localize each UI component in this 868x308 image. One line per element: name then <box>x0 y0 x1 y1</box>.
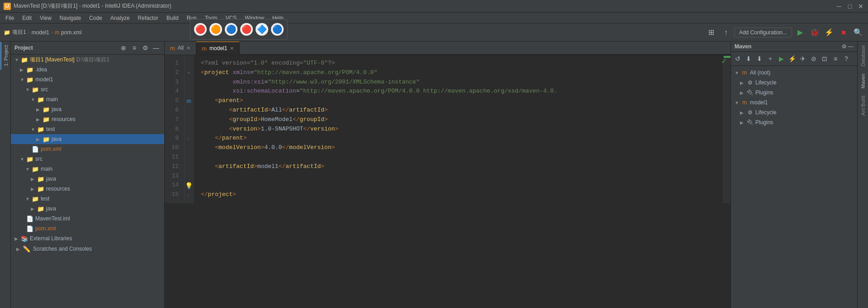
maximize-button[interactable]: □ <box>846 3 854 10</box>
fold-icon-2[interactable]: ▼ <box>187 70 191 75</box>
code-line-2: <project xmlns="http://maven.apache.org/… <box>201 68 716 78</box>
breadcrumb-sep2: › <box>51 29 53 36</box>
search-everywhere-button[interactable]: 🔍 <box>852 26 864 39</box>
maven-tree: ▼ m All (root) ▶ ⚙ Lifecycle ▶ 🔌 Plugins… <box>731 66 857 308</box>
tree-item-root[interactable]: ▼ 📁 项目1 [MavenTest] D:\项目\项目1 <box>11 55 164 65</box>
menu-code[interactable]: Code <box>85 14 106 22</box>
maven-show-diagram-btn[interactable]: ⊡ <box>820 54 830 64</box>
maven-item-plugins2[interactable]: ▶ 🔌 Plugins <box>731 117 857 127</box>
breadcrumb-sep1: › <box>28 29 30 36</box>
maven-add-btn[interactable]: ＋ <box>765 54 775 64</box>
maven-toggle-offline-btn[interactable]: ✈ <box>798 54 808 64</box>
code-line-14 <box>201 181 716 190</box>
tree-item-java3[interactable]: ▶ 📁 java <box>11 204 164 214</box>
maven-help-btn[interactable]: ? <box>841 54 851 64</box>
maven-close-icon[interactable]: — <box>848 43 854 50</box>
scratches-and-consoles[interactable]: ▶ ✏️ Scratches and Consoles <box>11 243 164 254</box>
tree-item-main1[interactable]: ▼ 📁 main <box>11 94 164 104</box>
code-line-9: </parent> <box>201 134 716 143</box>
sidebar-actions: ⊕ ≡ ⚙ — <box>119 43 161 52</box>
tab-all[interactable]: m All ✕ <box>165 42 196 55</box>
settings-icon[interactable]: ⚙ <box>141 43 150 52</box>
breadcrumb-file[interactable]: m pom.xml <box>55 29 81 36</box>
menubar: File Edit View Navigate Code Analyze Ref… <box>0 13 868 23</box>
code-editor[interactable]: <?xml version="1.0" encoding="UTF-8"?> <… <box>194 55 723 203</box>
layout-button[interactable]: ⊞ <box>705 26 718 39</box>
maven-refresh-btn[interactable]: ↺ <box>733 54 743 64</box>
fold-icon-15[interactable]: ▷ <box>187 192 191 197</box>
maven-item-plugins1[interactable]: ▶ 🔌 Plugins <box>731 88 857 98</box>
maven-download-sources-btn[interactable]: ⬇ <box>754 54 764 64</box>
menu-edit[interactable]: Edit <box>19 14 35 22</box>
maven-item-all-root[interactable]: ▼ m All (root) <box>731 68 857 78</box>
breadcrumb-root[interactable]: 项目1 <box>12 28 26 36</box>
editor-content[interactable]: 1 2 3 4 5 6 7 8 9 10 11 12 13 14 15 <box>165 55 730 203</box>
maven-item-lifecycle1[interactable]: ▶ ⚙ Lifecycle <box>731 78 857 88</box>
tree-item-pom2[interactable]: 📄 pom.xml <box>11 224 164 233</box>
debug-button[interactable]: 🐞 <box>808 26 821 39</box>
sidebar-title: Project <box>14 45 117 51</box>
line-numbers: 1 2 3 4 5 6 7 8 9 10 11 12 13 14 15 <box>165 55 185 203</box>
tree-item-main2[interactable]: ▼ 📁 main <box>11 164 164 174</box>
tree-item-test-java[interactable]: ▶ 📁 java <box>11 134 164 144</box>
fold-icon-9[interactable]: ▷ <box>187 136 191 141</box>
scratches-label: Scratches and Consoles <box>33 246 92 252</box>
tree-item-test2[interactable]: ▼ 📁 test <box>11 194 164 204</box>
add-icon[interactable]: ⊕ <box>119 43 128 52</box>
database-tab-button[interactable]: Database <box>859 42 868 70</box>
tree-item-pom1[interactable]: 📄 pom.xml <box>11 144 164 154</box>
menu-file[interactable]: File <box>2 14 18 22</box>
add-configuration-button[interactable]: Add Configuration... <box>734 28 792 37</box>
maven-item-lifecycle2[interactable]: ▶ ⚙ Lifecycle <box>731 107 857 117</box>
maven-collapse-all-btn[interactable]: ≡ <box>830 54 840 64</box>
tab-model1-label: model1 <box>209 45 227 51</box>
menu-view[interactable]: View <box>36 14 55 22</box>
tab-all-label: All <box>178 45 184 51</box>
stop-button[interactable]: ■ <box>837 26 850 39</box>
menu-build[interactable]: Build <box>163 14 182 22</box>
tree-item-java2[interactable]: ▶ 📁 java <box>11 174 164 184</box>
close-sidebar-icon[interactable]: — <box>152 43 161 52</box>
tree-item-model1[interactable]: ▼ 📁 model1 <box>11 75 164 84</box>
maven-label-model1: model1 <box>750 99 768 106</box>
maven-tab-button[interactable]: Maven <box>859 70 868 92</box>
maven-settings-icon[interactable]: ⚙ <box>842 43 847 50</box>
editor-tabs: m All ✕ m model1 ✕ <box>165 42 730 55</box>
menu-analyze[interactable]: Analyze <box>107 14 133 22</box>
tree-item-src1[interactable]: ▼ 📁 src <box>11 84 164 94</box>
editor-right-gutter <box>723 55 730 203</box>
left-tabs: 1: Project <box>0 42 11 308</box>
ant-build-tab-button[interactable]: Ant Build <box>859 92 868 119</box>
maven-item-model1[interactable]: ▼ m model1 <box>731 98 857 107</box>
run-coverage-button[interactable]: ⚡ <box>823 26 835 39</box>
tree-item-resources1[interactable]: ▶ 📁 resources <box>11 114 164 124</box>
breadcrumb-project[interactable]: 📁 <box>4 29 10 36</box>
run-button[interactable]: ▶ <box>794 26 806 39</box>
breadcrumb-module[interactable]: model1 <box>32 29 49 36</box>
tree-item-idea[interactable]: ▶ 📁 .idea <box>11 65 164 75</box>
menu-navigate[interactable]: Navigate <box>56 14 85 22</box>
collapse-icon[interactable]: ≡ <box>130 43 139 52</box>
maven-skip-tests-btn[interactable]: ⊘ <box>809 54 819 64</box>
tree-item-java1[interactable]: ▶ 📁 java <box>11 104 164 114</box>
tab-all-close[interactable]: ✕ <box>186 45 190 51</box>
titlebar: IJ MavenTest [D:\项目\项目1] - model1 - Inte… <box>0 0 868 13</box>
minimize-button[interactable]: ─ <box>835 3 843 10</box>
maven-run-config-btn[interactable]: ⚡ <box>787 54 797 64</box>
tree-item-test1[interactable]: ▼ 📁 test <box>11 124 164 134</box>
tab-model1[interactable]: m model1 ✕ <box>196 42 240 55</box>
tree-item-external-libs[interactable]: ▶ 📚 External Libraries <box>11 233 164 243</box>
tree-item-iml[interactable]: 📄 MavenTest.iml <box>11 214 164 224</box>
tree-item-src2[interactable]: ▼ 📁 src <box>11 154 164 164</box>
menu-refactor[interactable]: Refactor <box>134 14 162 22</box>
code-line-1: <?xml version="1.0" encoding="UTF-8"?> <box>201 59 716 68</box>
close-button[interactable]: ✕ <box>857 3 864 10</box>
maven-run-btn[interactable]: ▶ <box>776 54 786 64</box>
code-line-7: <groupId>HomeModel</groupId> <box>201 115 716 125</box>
maven-download-btn[interactable]: ⬇ <box>744 54 754 64</box>
git-button[interactable]: ↑ <box>720 26 732 39</box>
tab-model1-close[interactable]: ✕ <box>230 46 234 51</box>
tree-item-resources2[interactable]: ▶ 📁 resources <box>11 184 164 194</box>
lightbulb-icon[interactable]: 💡 <box>185 182 193 189</box>
project-tab-button[interactable]: 1: Project <box>0 42 10 70</box>
